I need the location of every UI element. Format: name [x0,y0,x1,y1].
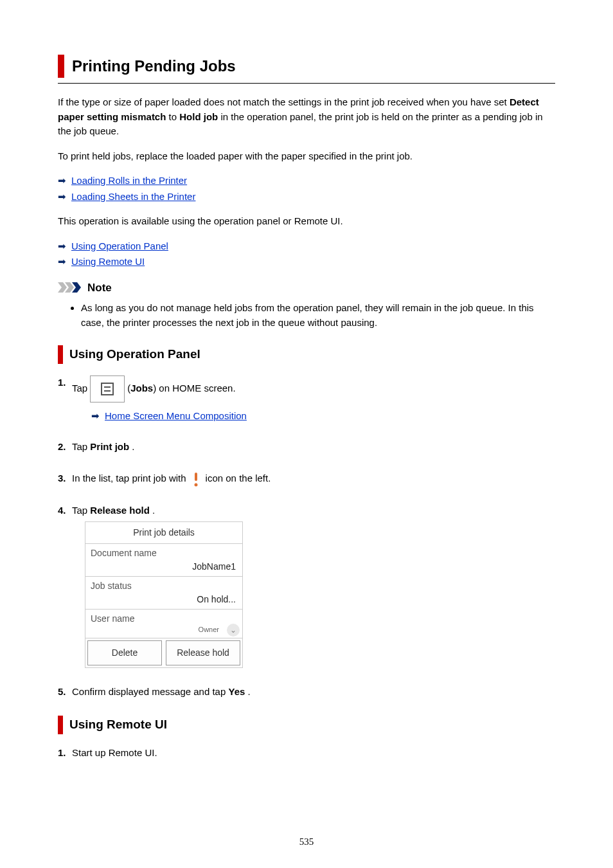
step-text: icon on the left. [206,471,271,486]
step-number: 2. [58,440,66,455]
panel-row-jobstatus: Job status On hold... [85,577,242,610]
link-using-operation-panel[interactable]: Using Operation Panel [71,239,168,254]
username-sub: Owner [91,624,237,635]
step-text: . [132,441,134,452]
bold-jobs: Jobs [130,381,153,396]
intro-paragraph-1: If the type or size of paper loaded does… [58,95,555,139]
print-job-details-panel: Print job details Document name JobName1… [85,521,243,668]
step-text: Tap [72,441,90,452]
link-list-1: ➡ Loading Rolls in the Printer ➡ Loading… [58,174,555,204]
arrow-icon: ➡ [91,409,100,424]
chevron-down-icon[interactable]: ⌄ [227,624,240,637]
link-using-remote-ui[interactable]: Using Remote UI [71,255,145,269]
remote-step-1-text: Start up Remote UI. [72,747,157,758]
step-number: 3. [58,471,66,486]
step-1-text: Tap ( Jobs ) on HOME screen. [72,375,236,402]
svg-rect-0 [195,473,197,481]
step-text: Tap [72,381,87,396]
svg-point-1 [194,483,197,486]
page-title: Printing Pending Jobs [72,55,555,78]
step-text: . [152,505,155,516]
panel-row-username: User name Owner ⌄ [85,610,242,638]
intro-to: to [169,111,180,122]
bold-release-hold: Release hold [90,505,150,516]
intro-text: If the type or size of paper loaded does… [58,96,510,107]
bold-print-job: Print job [90,441,129,452]
docname-value: JobName1 [91,560,237,574]
arrow-icon: ➡ [58,255,66,269]
title-rule [58,83,555,84]
jobstatus-label: Job status [91,579,237,593]
link-loading-rolls[interactable]: Loading Rolls in the Printer [71,174,187,188]
release-hold-button[interactable]: Release hold [166,640,240,665]
intro-paragraph-3: This operation is available using the op… [58,214,555,229]
step-number: 5. [58,685,66,700]
step-text: Confirm displayed message and tap [72,686,228,697]
link-loading-sheets[interactable]: Loading Sheets in the Printer [71,190,195,204]
note-body: As long as you do not manage held jobs f… [69,301,555,330]
panel-row-docname: Document name JobName1 [85,544,242,577]
heading-using-remote-ui: Using Remote UI [69,716,555,734]
jobs-icon [90,375,125,402]
arrow-icon: ➡ [58,174,66,188]
note-item: As long as you do not manage held jobs f… [81,301,555,330]
username-label: User name [91,612,237,626]
delete-button[interactable]: Delete [87,640,162,665]
jobstatus-value: On hold... [91,593,237,606]
bold-hold: Hold job [179,111,218,122]
step-4-text: Tap Release hold . [72,505,155,516]
arrow-icon: ➡ [58,239,66,254]
link-list-2: ➡ Using Operation Panel ➡ Using Remote U… [58,239,555,269]
step-number: 4. [58,503,66,518]
alert-icon [189,471,203,487]
page-number: 535 [0,835,613,849]
heading-using-operation-panel: Using Operation Panel [69,345,555,364]
step-5-text: Confirm displayed message and tap Yes . [72,686,251,697]
step-2-text: Tap Print job . [72,441,135,452]
step-3-text: In the list, tap print job with icon on … [72,471,271,487]
step-number: 1. [58,746,66,761]
docname-label: Document name [91,547,237,560]
bold-yes: Yes [228,686,245,697]
intro-paragraph-2: To print held jobs, replace the loaded p… [58,149,555,164]
link-home-screen-menu[interactable]: Home Screen Menu Composition [105,409,247,424]
panel-title: Print job details [85,522,242,544]
step-text: In the list, tap print job with [72,471,186,486]
note-header: Note [58,280,555,296]
step-number: 1. [58,375,66,390]
arrow-icon: ➡ [58,190,66,204]
step-text: . [248,686,251,697]
step-text: ) on HOME screen. [153,381,235,396]
note-title: Note [87,280,112,296]
step-text: Tap [72,505,90,516]
chevron-icon [58,282,82,293]
